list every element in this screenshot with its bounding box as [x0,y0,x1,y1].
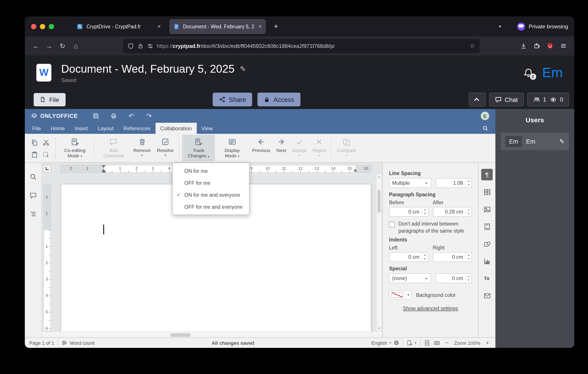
permissions-icon[interactable] [147,43,153,49]
share-button[interactable]: Share [212,93,252,106]
spacing-after-spinner[interactable]: 0.28 cm ▲▼ [433,207,472,217]
home-icon[interactable]: ⌂ [69,39,83,52]
oo-menu-tab-home[interactable]: Home [46,123,70,134]
spinner-arrows-icon[interactable]: ▲▼ [465,207,472,216]
scroll-up-icon[interactable]: ▴ [377,175,381,179]
page-indicator[interactable]: Page 1 of 1 [29,340,54,345]
tab-cryptdrive[interactable]: CryptDrive - CryptPad.fr × [73,19,165,34]
vertical-scrollbar[interactable]: ▴ ▾ [376,174,382,331]
user-list-item[interactable]: Em Em ✎ [501,133,569,150]
word-count-button[interactable]: Word count [62,340,94,346]
oo-menu-tab-view[interactable]: View [197,123,218,134]
close-tab-icon[interactable]: × [158,23,161,30]
tracking-shield-icon[interactable] [128,43,134,49]
minimize-window-button[interactable] [40,24,45,29]
coediting-mode-button[interactable]: Co-editing Mode ▾ [59,135,91,161]
navigation-panel-icon[interactable] [30,210,37,218]
remove-button[interactable]: Remove ▾ [131,135,153,161]
save-icon[interactable] [90,113,102,119]
special-indent-select[interactable]: (none) ▼ [389,273,431,283]
fit-width-icon[interactable] [434,340,440,346]
chat-button[interactable]: Chat [489,93,524,106]
image-settings-icon[interactable] [481,203,493,215]
left-indent-marker[interactable] [102,171,106,172]
track-menu-item[interactable]: OFF for me [173,177,249,189]
previous-change-button[interactable]: Previous [250,135,273,161]
forward-icon[interactable]: → [42,39,56,52]
close-window-button[interactable] [31,24,36,29]
line-spacing-select[interactable]: Multiple ▼ [389,178,431,188]
users-presence-button[interactable]: 1 0 [527,93,569,106]
close-tab-icon[interactable]: × [259,23,262,30]
track-menu-item[interactable]: OFF for me and everyone [173,201,249,213]
checkbox[interactable] [389,222,395,227]
oo-menu-tab-file[interactable]: File [28,123,46,134]
oo-menu-tab-collaboration[interactable]: Collaboration [156,123,197,134]
scrollbar-thumb[interactable] [170,333,190,337]
spinner-arrows-icon[interactable]: ▲▼ [422,253,428,261]
scrollbar-thumb[interactable] [378,190,381,213]
cut-icon[interactable] [42,139,51,147]
mail-merge-icon[interactable] [481,290,493,301]
oo-menu-tab-references[interactable]: References [118,123,156,134]
oo-menu-tab-insert[interactable]: Insert [70,123,93,134]
list-all-tabs-chevron-icon[interactable]: ▾ [494,24,506,29]
no-interval-option[interactable]: Don't add interval between paragraphs of… [389,221,472,234]
file-menu-button[interactable]: File [34,93,65,106]
edit-name-pencil-icon[interactable]: ✎ [559,138,565,145]
find-icon[interactable] [30,173,37,180]
paragraph-settings-icon[interactable]: ¶ [481,169,493,180]
indent-right-spinner[interactable]: 0 cm ▲▼ [433,252,472,262]
edit-title-pencil-icon[interactable]: ✎ [240,64,246,73]
next-change-button[interactable]: Next [274,135,289,161]
right-indent-marker[interactable] [354,167,357,171]
menu-hamburger-icon[interactable] [556,39,570,52]
ruler-vertical[interactable]: 21123456 [43,184,51,331]
hanging-indent-marker[interactable] [102,167,105,171]
resolve-button[interactable]: Resolve ▾ [154,135,176,161]
table-settings-icon[interactable] [481,186,493,198]
spinner-arrows-icon[interactable]: ▲▼ [422,207,428,216]
notifications-bell-icon[interactable]: 2 [523,68,533,78]
url-bar[interactable]: https://cryptpad.fr/doc/#/3/doc/edit/ff0… [123,39,479,53]
spacing-before-spinner[interactable]: 0 cm ▲▼ [389,207,428,217]
maximize-window-button[interactable] [49,24,54,29]
spinner-arrows-icon[interactable]: ▲▼ [465,274,472,283]
special-amount-spinner[interactable]: 0 cm ▲▼ [435,273,472,283]
undo-icon[interactable]: ↶ [126,112,137,120]
select-all-icon[interactable] [42,151,51,159]
page-title[interactable]: Document - Wed, February 5, 2025 [61,62,235,75]
new-tab-button[interactable]: + [269,20,283,33]
redo-icon[interactable]: ↷ [143,112,155,120]
access-button[interactable]: Access [257,93,300,106]
copy-icon[interactable] [31,139,39,147]
track-menu-item[interactable]: ✓ON for me and everyone [173,189,249,201]
tab-document[interactable]: Document - Wed, February 5, 2 × [169,19,266,34]
downloads-icon[interactable] [517,39,530,52]
text-art-settings-icon[interactable]: Ta [481,272,493,284]
advanced-settings-link[interactable]: Show advanced settings [389,306,472,311]
zoom-in-button[interactable]: + [484,339,491,346]
indent-left-spinner[interactable]: 0 cm ▲▼ [389,252,428,262]
chart-settings-icon[interactable] [481,255,493,267]
ublock-icon[interactable] [543,39,556,52]
spinner-arrows-icon[interactable]: ▲▼ [465,253,472,261]
zoom-level[interactable]: Zoom 100% [454,340,480,345]
line-spacing-amount-spinner[interactable]: 1.08 ▲▼ [435,178,472,188]
bookmark-star-icon[interactable]: ☆ [470,42,475,49]
oo-menu-tab-layout[interactable]: Layout [93,123,118,134]
zoom-out-button[interactable]: − [443,339,451,346]
track-changes-status-toggle[interactable]: ▾ [407,340,417,346]
track-menu-item[interactable]: ON for me [173,165,249,177]
extensions-puzzle-icon[interactable] [530,39,543,52]
search-icon[interactable] [483,125,488,131]
back-icon[interactable]: ← [29,39,42,52]
shape-settings-icon[interactable] [481,238,493,249]
display-mode-button[interactable]: Display Mode ▾ [216,135,249,161]
user-avatar[interactable]: Em [542,65,563,81]
background-color-picker[interactable]: ▼ [389,290,412,300]
lock-icon[interactable] [137,43,144,49]
print-icon[interactable] [108,113,119,119]
collapse-toolbar-button[interactable] [469,93,486,106]
tab-stop-selector[interactable] [43,165,51,172]
